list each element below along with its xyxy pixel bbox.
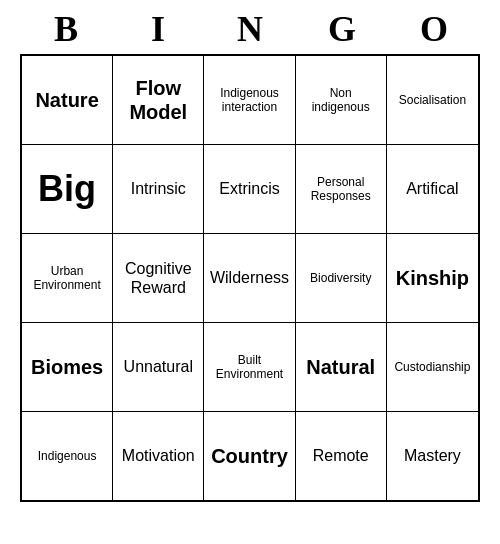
bingo-cell: Indigenous — [22, 412, 113, 500]
bingo-cell: Big — [22, 145, 113, 233]
bingo-letter: N — [206, 8, 294, 50]
bingo-cell: Personal Responses — [296, 145, 387, 233]
bingo-cell: Country — [204, 412, 295, 500]
bingo-cell: Non indigenous — [296, 56, 387, 144]
bingo-cell: Built Environment — [204, 323, 295, 411]
bingo-cell: Remote — [296, 412, 387, 500]
bingo-header: BINGO — [20, 0, 480, 54]
bingo-letter: O — [390, 8, 478, 50]
bingo-letter: B — [22, 8, 110, 50]
bingo-grid: NatureFlow ModelIndigenous interactionNo… — [20, 54, 480, 502]
bingo-letter: G — [298, 8, 386, 50]
bingo-cell: Unnatural — [113, 323, 204, 411]
bingo-cell: Indigenous interaction — [204, 56, 295, 144]
bingo-cell: Biomes — [22, 323, 113, 411]
bingo-cell: Wilderness — [204, 234, 295, 322]
bingo-cell: Nature — [22, 56, 113, 144]
bingo-cell: Extrincis — [204, 145, 295, 233]
bingo-row: IndigenousMotivationCountryRemoteMastery — [22, 412, 478, 500]
bingo-cell: Custodianship — [387, 323, 478, 411]
bingo-row: BigIntrinsicExtrincisPersonal ResponsesA… — [22, 145, 478, 234]
bingo-cell: Artifical — [387, 145, 478, 233]
bingo-row: NatureFlow ModelIndigenous interactionNo… — [22, 56, 478, 145]
bingo-cell: Socialisation — [387, 56, 478, 144]
bingo-cell: Cognitive Reward — [113, 234, 204, 322]
bingo-cell: Kinship — [387, 234, 478, 322]
bingo-cell: Mastery — [387, 412, 478, 500]
bingo-cell: Motivation — [113, 412, 204, 500]
bingo-cell: Intrinsic — [113, 145, 204, 233]
bingo-cell: Natural — [296, 323, 387, 411]
bingo-cell: Flow Model — [113, 56, 204, 144]
bingo-cell: Biodiversity — [296, 234, 387, 322]
bingo-letter: I — [114, 8, 202, 50]
bingo-row: Urban EnvironmentCognitive RewardWildern… — [22, 234, 478, 323]
bingo-row: BiomesUnnaturalBuilt EnvironmentNaturalC… — [22, 323, 478, 412]
bingo-cell: Urban Environment — [22, 234, 113, 322]
